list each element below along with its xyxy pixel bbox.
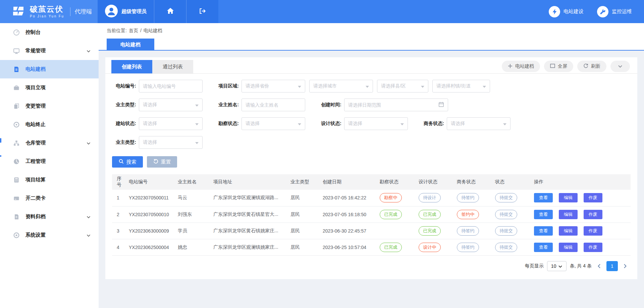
card-header: 创建列表 通过列表 电站建档 全屏 xyxy=(105,57,637,74)
fullscreen-button[interactable]: 全屏 xyxy=(544,61,573,72)
plus-icon xyxy=(508,64,513,69)
invalidate-button[interactable]: 作废 xyxy=(584,226,602,236)
caret-down-icon xyxy=(400,121,404,126)
home-button[interactable] xyxy=(154,0,186,23)
next-page-button[interactable] xyxy=(621,264,629,268)
logout-button[interactable] xyxy=(186,0,218,23)
status-badge: 已完成 xyxy=(419,226,441,236)
caret-down-icon xyxy=(558,263,562,269)
sidebar-item-change-mgmt[interactable]: 变更管理 xyxy=(0,97,99,115)
status-badge: 待提交 xyxy=(495,210,517,219)
sidebar-item-system-settings[interactable]: 系统设置 xyxy=(0,226,99,244)
briefcase-icon xyxy=(13,84,20,91)
pie-gauge-icon xyxy=(13,158,20,165)
user-name: 超级管理员 xyxy=(121,8,147,15)
sidebar-item-engineering-mgmt[interactable]: 工程管理 xyxy=(0,152,99,171)
sidebar-item-data-archive[interactable]: 资料归档 xyxy=(0,207,99,226)
view-button[interactable]: 查看 xyxy=(534,193,553,202)
edit-button[interactable]: 编辑 xyxy=(559,226,578,236)
build-status-label: 建站状态: xyxy=(112,121,136,127)
design-status-label: 设计状态: xyxy=(317,121,341,127)
design-status-select[interactable]: 请选择 xyxy=(344,117,408,130)
sidebar-scrollbar[interactable] xyxy=(0,155,1,157)
reset-button[interactable]: 重置 xyxy=(147,156,177,168)
county-select[interactable]: 请选择县/区 xyxy=(377,80,428,93)
prev-page-button[interactable] xyxy=(595,264,603,268)
caret-down-icon xyxy=(421,83,424,89)
edit-button[interactable]: 编辑 xyxy=(559,193,578,202)
collapse-toolbar-button[interactable] xyxy=(610,61,630,72)
status-badge: 已完成 xyxy=(380,210,402,219)
content-card: 创建列表 通过列表 电站建档 全屏 xyxy=(105,57,637,279)
invalidate-button[interactable]: 作废 xyxy=(584,210,602,219)
status-badge: 待提交 xyxy=(495,243,517,252)
business-status-select[interactable]: 请选择 xyxy=(447,117,511,130)
calendar-icon xyxy=(438,102,444,108)
per-page-label: 每页显示 xyxy=(525,263,544,269)
exit-icon xyxy=(199,8,206,16)
caret-down-icon xyxy=(195,121,199,126)
chevron-down-icon xyxy=(87,232,91,238)
sidebar-item-station-archive[interactable]: 电站建档 xyxy=(0,60,99,78)
bolt-icon xyxy=(549,6,560,17)
breadcrumb-home[interactable]: 首页 xyxy=(129,28,138,34)
sidebar-item-general-mgmt[interactable]: 常规管理 xyxy=(0,42,99,60)
date-range-field[interactable] xyxy=(344,99,448,111)
province-select[interactable]: 请选择省份 xyxy=(241,80,305,93)
date-range-input[interactable] xyxy=(348,102,438,108)
tab-create-list[interactable]: 创建列表 xyxy=(111,60,152,73)
invalidate-button[interactable]: 作废 xyxy=(584,243,602,252)
view-button[interactable]: 查看 xyxy=(534,226,553,236)
user-menu[interactable]: 超级管理员 xyxy=(98,0,154,23)
add-station-button[interactable]: 电站建档 xyxy=(502,61,540,72)
owner-name-input[interactable] xyxy=(246,102,301,108)
nav-monitor-ops[interactable]: 监控运维 xyxy=(597,6,632,17)
card-actions: 电站建档 全屏 xyxy=(502,61,630,72)
view-button[interactable]: 查看 xyxy=(534,243,553,252)
edit-button[interactable]: 编辑 xyxy=(559,243,578,252)
brand-logo-icon xyxy=(11,4,25,19)
sidebar-item-station-termination[interactable]: 电站终止 xyxy=(0,115,99,134)
village-select[interactable]: 请选择村镇/街道 xyxy=(432,80,490,93)
breadcrumb-prefix: 当前位置: xyxy=(107,28,127,34)
sitemap-icon xyxy=(13,140,20,146)
survey-status-select[interactable]: 请选择 xyxy=(241,117,305,130)
sidebar-item-project-approval[interactable]: 项目立项 xyxy=(0,78,99,97)
sidebar-item-warehouse-mgmt[interactable]: 仓库管理 xyxy=(0,134,99,152)
nav-station-build-label: 电站建设 xyxy=(564,8,584,15)
page-tab-station-archive[interactable]: 电站建档 xyxy=(107,39,154,51)
sidebar-scrollbar[interactable] xyxy=(0,138,1,143)
owner-type2-label: 业主类型: xyxy=(112,139,136,145)
header-quick-nav: 电站建设 监控运维 xyxy=(549,0,644,23)
page-number-current[interactable]: 1 xyxy=(606,261,618,271)
station-no-input[interactable] xyxy=(143,83,199,89)
per-page-select[interactable]: 10 xyxy=(547,261,567,271)
owner-type2-select[interactable]: 请选择 xyxy=(139,136,203,149)
search-button[interactable]: 搜索 xyxy=(112,156,143,168)
wrench-icon xyxy=(597,6,608,17)
edit-button[interactable]: 编辑 xyxy=(559,210,578,219)
station-table: 序号 电站编号 业主姓名 项目地址 业主类型 创建日期 勘察状态 设计状态 商务… xyxy=(105,170,637,271)
invalidate-button[interactable]: 作废 xyxy=(584,193,602,202)
city-select[interactable]: 请选择城市 xyxy=(309,80,373,93)
refresh-button[interactable]: 刷新 xyxy=(577,61,606,72)
sidebar-item-open-type2-card[interactable]: 开二类卡 xyxy=(0,189,99,207)
caret-down-icon xyxy=(366,83,369,89)
region-label: 项目区域: xyxy=(215,83,239,89)
chevron-down-icon xyxy=(618,64,623,69)
sidebar-item-project-settlement[interactable]: 项目结算 xyxy=(0,171,99,189)
build-status-select[interactable]: 请选择 xyxy=(139,117,203,130)
owner-type-select[interactable]: 请选择 xyxy=(139,99,203,111)
sidebar-item-console[interactable]: 控制台 xyxy=(0,23,99,42)
status-badge: 设计中 xyxy=(419,243,441,252)
survey-status-label: 勘察状态: xyxy=(215,121,239,127)
search-icon xyxy=(119,159,124,165)
status-badge: 待提交 xyxy=(495,226,517,236)
nav-station-build[interactable]: 电站建设 xyxy=(549,6,584,17)
caret-down-icon xyxy=(195,140,199,145)
status-badge: 勘察中 xyxy=(380,193,402,202)
tab-passed-list[interactable]: 通过列表 xyxy=(152,60,193,73)
view-button[interactable]: 查看 xyxy=(534,210,553,219)
home-icon xyxy=(166,7,174,16)
avatar xyxy=(105,5,118,19)
